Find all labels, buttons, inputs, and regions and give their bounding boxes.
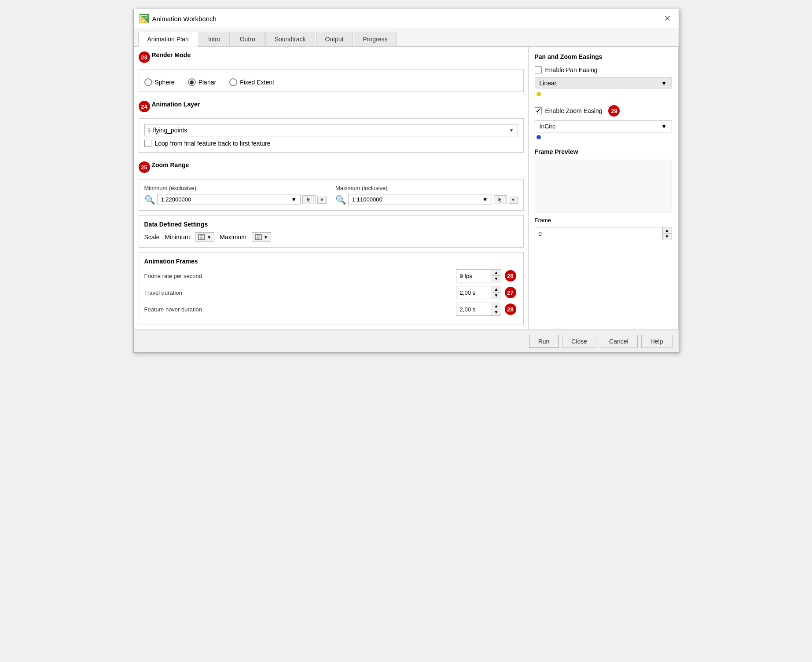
animation-frames-title: Animation Frames xyxy=(144,258,518,265)
frame-rate-up[interactable]: ▲ xyxy=(492,270,501,276)
travel-row: Travel duration ▲ ▼ 27 xyxy=(144,286,518,299)
maximum-data-btn[interactable]: ▼ xyxy=(252,232,271,242)
titlebar-left: Animation Workbench xyxy=(139,14,217,23)
zoom-max-input-row: 🔍 1:11000000 ▼ ▼ xyxy=(335,194,518,205)
main-panel: 23 Render Mode Sphere Planar Fixed Exte xyxy=(134,47,529,329)
zoom-max-dropdown[interactable]: 1:11000000 ▼ xyxy=(348,194,492,205)
zoom-max-arrow: ▼ xyxy=(482,196,488,203)
zoom-min-dropdown-arrow2: ▼ xyxy=(317,196,327,204)
radio-sphere[interactable]: Sphere xyxy=(144,78,175,86)
hover-spinner: ▲ ▼ xyxy=(492,303,501,315)
maximum-btn-arrow: ▼ xyxy=(264,235,268,240)
hover-badge: 28 xyxy=(505,304,516,315)
help-button[interactable]: Help xyxy=(641,335,672,348)
frame-rate-label: Frame rate per second xyxy=(144,273,456,279)
radio-fixed-extent[interactable]: Fixed Extent xyxy=(229,78,274,86)
zoom-easing-checkbox[interactable]: ✓ xyxy=(535,107,542,114)
frame-up[interactable]: ▲ xyxy=(663,227,672,234)
travel-up[interactable]: ▲ xyxy=(492,286,501,293)
run-button[interactable]: Run xyxy=(529,335,559,348)
travel-label: Travel duration xyxy=(144,289,456,296)
zoom-max-value: 1:11000000 xyxy=(352,196,382,203)
travel-input-group: ▲ ▼ xyxy=(456,286,501,299)
zoom-easing-label: Enable Zoom Easing xyxy=(545,107,603,114)
cancel-button[interactable]: Cancel xyxy=(600,335,638,348)
frame-preview-area xyxy=(535,160,672,212)
tab-output[interactable]: Output xyxy=(316,32,353,46)
tab-outro[interactable]: Outro xyxy=(231,32,265,46)
radio-sphere-circle xyxy=(144,78,152,86)
pan-dot-indicator xyxy=(536,92,541,96)
zoom-max-label: Maximum (inclusive) xyxy=(335,185,518,191)
titlebar: Animation Workbench ✕ xyxy=(134,9,679,28)
frame-value-input[interactable] xyxy=(535,227,662,240)
pan-zoom-title: Pan and Zoom Easings xyxy=(535,53,672,60)
radio-fixed-extent-circle xyxy=(229,78,237,86)
radio-planar-label: Planar xyxy=(198,79,216,86)
zoom-range-badge: 25 xyxy=(139,161,150,173)
frame-control-row: Frame ▲ ▼ xyxy=(535,217,672,240)
loop-checkbox-row: Loop from final feature back to first fe… xyxy=(144,140,518,147)
tabs-bar: Animation Plan Intro Outro Soundtrack Ou… xyxy=(134,28,679,47)
hover-up[interactable]: ▲ xyxy=(492,303,501,309)
minimum-btn-arrow: ▼ xyxy=(207,235,211,240)
pan-easing-row: Enable Pan Easing xyxy=(535,66,672,73)
zoom-easing-type: InCirc xyxy=(540,123,556,130)
content-area: 23 Render Mode Sphere Planar Fixed Exte xyxy=(134,47,679,330)
zoom-min-input-row: 🔍 1:22000000 ▼ ▼ xyxy=(144,194,327,205)
data-defined-row: Scale Minimum ▼ Maximum xyxy=(144,232,518,242)
close-window-button[interactable]: ✕ xyxy=(661,13,673,24)
hover-row: Feature hover duration ▲ ▼ 28 xyxy=(144,303,518,316)
hover-input[interactable] xyxy=(456,303,492,315)
right-panel: Pan and Zoom Easings Enable Pan Easing L… xyxy=(529,47,678,329)
radio-planar-circle xyxy=(188,78,196,86)
render-mode-radio-group: Sphere Planar Fixed Extent xyxy=(144,78,518,86)
zoom-easing-row: ✓ Enable Zoom Easing 29 xyxy=(535,105,672,117)
zoom-min-label: Minimum (exclusive) xyxy=(144,185,327,191)
frame-rate-row: Frame rate per second ▲ ▼ 26 xyxy=(144,269,518,282)
minimum-data-btn[interactable]: ▼ xyxy=(195,232,214,242)
tab-intro[interactable]: Intro xyxy=(199,32,230,46)
zoom-max-btn1[interactable] xyxy=(494,195,507,204)
data-defined-title: Data Defined Settings xyxy=(144,221,518,228)
radio-sphere-label: Sphere xyxy=(155,79,175,86)
zoom-range-section: Minimum (exclusive) 🔍 1:22000000 ▼ xyxy=(139,179,524,211)
maximum-label: Maximum xyxy=(220,234,246,241)
tab-animation-plan[interactable]: Animation Plan xyxy=(138,32,198,47)
close-button[interactable]: Close xyxy=(562,335,596,348)
zoom-range-title: Zoom Range xyxy=(152,161,189,168)
travel-down[interactable]: ▼ xyxy=(492,293,501,299)
render-mode-section: Sphere Planar Fixed Extent xyxy=(139,69,524,92)
frame-rate-input[interactable] xyxy=(456,270,492,282)
hover-down[interactable]: ▼ xyxy=(492,309,501,315)
tab-progress[interactable]: Progress xyxy=(354,32,397,46)
pan-easing-checkbox[interactable] xyxy=(535,66,542,73)
travel-badge: 27 xyxy=(505,287,516,298)
data-defined-icon2 xyxy=(255,234,262,240)
zoom-easing-dropdown[interactable]: InCirc ▼ xyxy=(535,120,672,132)
frame-label: Frame xyxy=(535,217,672,223)
loop-checkbox[interactable] xyxy=(144,140,151,147)
zoom-min-btn1[interactable] xyxy=(302,195,316,204)
cursor-icon2 xyxy=(497,197,504,203)
tab-soundtrack[interactable]: Soundtrack xyxy=(265,32,315,46)
frame-spinner: ▲ ▼ xyxy=(662,227,672,240)
render-mode-badge: 23 xyxy=(139,51,150,63)
zoom-in-icon: 🔍 xyxy=(335,194,346,205)
zoom-min-dropdown[interactable]: 1:22000000 ▼ xyxy=(157,194,301,205)
travel-input[interactable] xyxy=(456,286,492,299)
hover-input-group: ▲ ▼ xyxy=(456,303,501,316)
render-mode-title-row: 23 Render Mode xyxy=(134,47,528,65)
layer-dropdown[interactable]: flying_points ▼ xyxy=(144,124,518,136)
animation-layer-title: Animation Layer xyxy=(152,101,200,108)
hover-label: Feature hover duration xyxy=(144,306,456,313)
render-mode-title: Render Mode xyxy=(152,51,191,59)
travel-spinner: ▲ ▼ xyxy=(492,286,501,299)
pan-easing-arrow: ▼ xyxy=(661,80,667,87)
animation-layer-title-row: 24 Animation Layer xyxy=(134,96,528,114)
radio-planar[interactable]: Planar xyxy=(188,78,216,86)
frame-rate-down[interactable]: ▼ xyxy=(492,276,501,282)
frame-down[interactable]: ▼ xyxy=(663,234,672,240)
pan-easing-dropdown[interactable]: Linear ▼ xyxy=(535,77,672,89)
radio-fixed-extent-label: Fixed Extent xyxy=(240,79,274,86)
